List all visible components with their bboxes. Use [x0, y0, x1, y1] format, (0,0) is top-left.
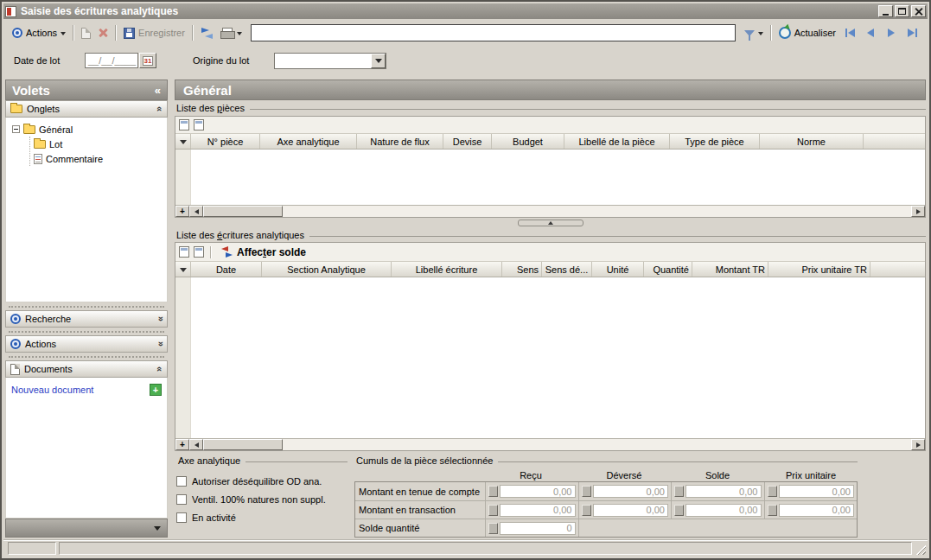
delete-button[interactable] — [94, 26, 112, 40]
tree-item-commentaire[interactable]: Commentaire — [30, 151, 164, 166]
origin-lot-combobox[interactable] — [274, 53, 386, 69]
detail-button[interactable] — [674, 505, 684, 516]
card-view-icon[interactable] — [179, 246, 189, 258]
detail-button[interactable] — [488, 505, 498, 516]
column-header[interactable]: Norme — [760, 134, 864, 149]
column-header[interactable]: Sens — [502, 262, 542, 277]
column-header[interactable]: Quantité — [644, 262, 692, 277]
save-button[interactable]: Enregistrer — [120, 26, 188, 41]
add-document-button[interactable]: + — [150, 384, 162, 396]
detail-button[interactable] — [768, 486, 777, 497]
actions-icon — [12, 28, 22, 38]
sync-button[interactable] — [197, 26, 217, 41]
pieces-grid-body[interactable] — [175, 150, 925, 205]
ecritures-hscrollbar: + — [175, 438, 925, 450]
detail-button[interactable] — [488, 486, 498, 497]
close-button[interactable] — [911, 5, 926, 17]
amount-field: 0,00 — [593, 504, 669, 517]
origin-dropdown-button[interactable] — [371, 54, 386, 68]
scroll-right-button[interactable] — [911, 206, 925, 217]
new-document-button[interactable] — [78, 26, 94, 41]
sidebar-section-documents[interactable]: Documents « — [5, 360, 168, 378]
scroll-right-button[interactable] — [911, 439, 925, 450]
filter-button[interactable] — [741, 27, 767, 40]
scroll-track[interactable] — [283, 206, 911, 217]
column-header[interactable]: Sens dé... — [542, 262, 592, 277]
checkbox-en-activite[interactable] — [176, 512, 187, 523]
column-header[interactable]: Prix unitaire TR — [768, 262, 870, 277]
scroll-thumb[interactable] — [203, 206, 283, 217]
amount-field: 0,00 — [779, 504, 855, 517]
add-row-button[interactable]: + — [175, 206, 189, 217]
column-header[interactable]: Unité — [592, 262, 644, 277]
toolbar-search-input[interactable] — [251, 24, 736, 41]
column-header[interactable]: Date — [191, 262, 262, 277]
tree-item-general[interactable]: Général — [9, 122, 164, 137]
refresh-button[interactable]: Actualiser — [775, 25, 839, 41]
splitter-handle[interactable] — [518, 220, 583, 226]
amount-field: 0,00 — [779, 485, 855, 498]
sidebar-separator — [5, 302, 168, 310]
detail-button[interactable] — [488, 523, 498, 534]
column-header[interactable]: Nature de flux — [357, 134, 443, 149]
calendar-button[interactable]: 31 — [139, 53, 156, 68]
window-title: Saisie des écritures analytiques — [21, 5, 877, 17]
nav-first-button[interactable] — [839, 25, 860, 41]
column-header[interactable]: Libellé écriture — [392, 262, 502, 277]
minimize-button[interactable] — [878, 5, 893, 17]
column-header[interactable]: Libellé de la pièce — [564, 134, 670, 149]
detail-button[interactable] — [582, 486, 591, 497]
card-view-icon[interactable] — [194, 246, 204, 258]
detail-button[interactable] — [768, 505, 777, 516]
resize-grip[interactable] — [915, 544, 926, 555]
collapse-node-icon[interactable] — [12, 125, 20, 133]
column-header[interactable]: Axe analytique — [260, 134, 357, 149]
column-header[interactable]: Budget — [492, 134, 564, 149]
pieces-grid: N° pièce Axe analytique Nature de flux D… — [175, 116, 926, 218]
new-document-link[interactable]: Nouveau document — [11, 385, 93, 395]
sidebar-section-onglets[interactable]: Onglets « — [5, 100, 168, 118]
nav-next-button[interactable] — [881, 25, 902, 41]
print-button[interactable] — [217, 26, 246, 41]
column-header[interactable]: Section Analytique — [262, 262, 392, 277]
scroll-track[interactable] — [283, 439, 911, 450]
detail-button[interactable] — [674, 486, 684, 497]
toolbar-separator — [73, 25, 74, 41]
documents-panel: Nouveau document + — [5, 378, 168, 519]
date-lot-label: Date de lot — [14, 55, 85, 66]
affecter-solde-button[interactable]: Affecter solde — [218, 245, 309, 259]
tree-item-lot[interactable]: Lot — [30, 137, 164, 151]
sidebar-section-recherche[interactable]: Recherche « — [5, 310, 168, 328]
scroll-left-button[interactable] — [189, 206, 203, 217]
checkbox-ventil-100[interactable] — [176, 494, 187, 505]
ecritures-select-all-header[interactable] — [175, 262, 191, 277]
card-view-icon[interactable] — [194, 119, 204, 130]
arrow-right-icon — [916, 209, 921, 214]
column-header[interactable]: Type de pièce — [670, 134, 760, 149]
checkbox-autoriser-desequilibre[interactable] — [176, 476, 187, 487]
maximize-button[interactable] — [895, 5, 909, 17]
checkbox-row: En activité — [176, 512, 348, 523]
cumuls-header-prix-unitaire: Prix unitaire — [764, 470, 858, 480]
column-header[interactable]: Montant TR — [692, 262, 768, 277]
detail-button[interactable] — [582, 505, 591, 516]
sidebar-section-actions[interactable]: Actions « — [5, 335, 168, 353]
add-row-button[interactable]: + — [175, 439, 189, 450]
amount-field: 0,00 — [685, 485, 762, 498]
date-lot-field[interactable]: __/__/____ — [85, 53, 138, 68]
actions-menu-button[interactable]: Actions — [9, 26, 69, 40]
origin-lot-value — [275, 54, 371, 68]
chevron-down-icon — [180, 268, 187, 276]
ecritures-grid-body[interactable] — [175, 277, 925, 438]
scroll-thumb[interactable] — [203, 439, 283, 450]
nav-last-button[interactable] — [902, 25, 922, 41]
column-header[interactable]: N° pièce — [191, 134, 260, 149]
column-header[interactable]: Devise — [443, 134, 492, 149]
chevron-down-icon[interactable] — [154, 526, 161, 534]
scroll-left-button[interactable] — [189, 439, 203, 450]
nav-previous-button[interactable] — [860, 25, 881, 41]
status-panel — [8, 542, 56, 555]
collapse-panel-button[interactable]: « — [155, 84, 161, 97]
card-view-icon[interactable] — [179, 119, 189, 130]
pieces-select-all-header[interactable] — [175, 134, 191, 149]
